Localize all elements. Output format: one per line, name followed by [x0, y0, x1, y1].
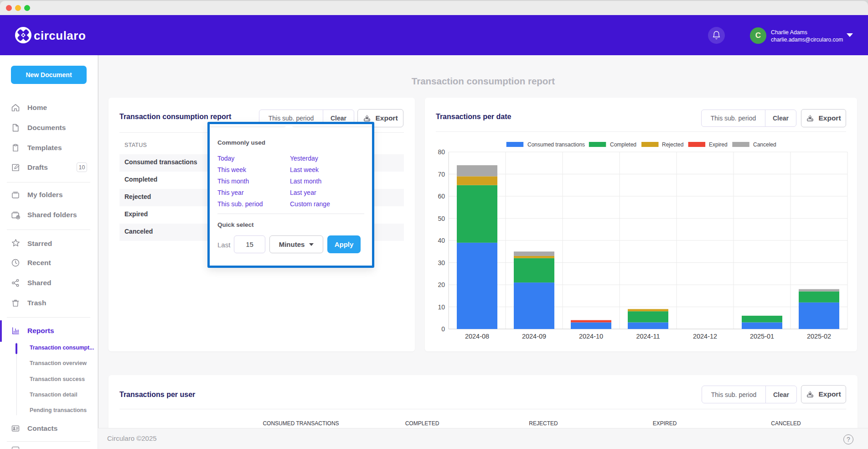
svg-text:2024-10: 2024-10 [579, 333, 603, 340]
svg-text:70: 70 [438, 171, 445, 178]
svg-text:2024-11: 2024-11 [636, 333, 660, 340]
svg-text:2024-09: 2024-09 [522, 333, 546, 340]
svg-text:50: 50 [438, 215, 445, 222]
svg-text:Completed: Completed [610, 141, 636, 148]
svg-text:10: 10 [438, 303, 445, 311]
svg-text:Canceled: Canceled [753, 141, 776, 148]
svg-text:Expired: Expired [709, 141, 728, 148]
svg-text:40: 40 [438, 237, 445, 244]
svg-text:Consumed transactions: Consumed transactions [527, 141, 585, 148]
svg-text:2024-08: 2024-08 [465, 333, 489, 340]
svg-text:2025-01: 2025-01 [750, 333, 774, 340]
svg-text:0: 0 [441, 325, 445, 333]
svg-text:2024-12: 2024-12 [693, 333, 717, 340]
svg-text:30: 30 [438, 259, 445, 266]
svg-text:Rejected: Rejected [662, 141, 683, 148]
svg-text:2025-02: 2025-02 [807, 333, 831, 340]
svg-text:20: 20 [438, 281, 445, 288]
svg-text:80: 80 [438, 148, 445, 156]
svg-text:60: 60 [438, 193, 445, 200]
